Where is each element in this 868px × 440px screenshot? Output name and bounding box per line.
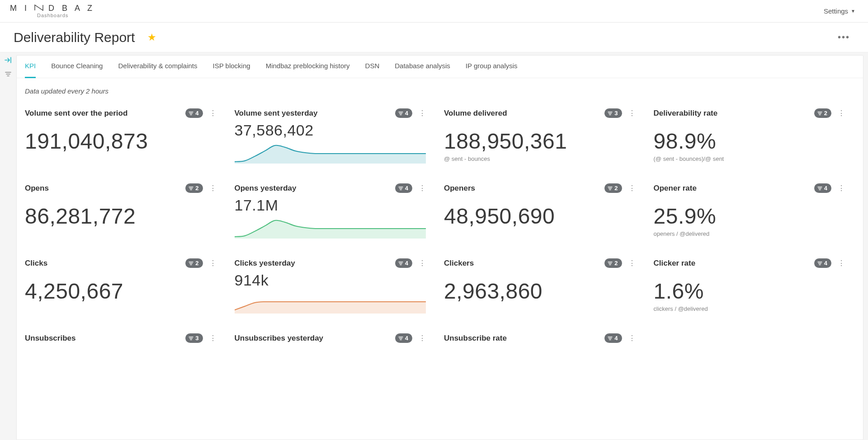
card-title: Unsubscribes yesterday	[235, 334, 324, 343]
card-empty-r3c3	[654, 333, 845, 343]
filter-pill[interactable]: 3	[185, 333, 203, 343]
brand-n-icon	[34, 4, 43, 12]
card-more-icon[interactable]: ⋮	[838, 109, 845, 117]
card-title: Unsubscribe rate	[444, 334, 507, 343]
tab-ip-group-analysis[interactable]: IP group analysis	[466, 62, 518, 78]
card-clicks-yesterday: Clicks yesterday 4 ⋮ 914k	[235, 258, 426, 315]
filter-pill-count: 3	[614, 110, 618, 117]
filter-pill-count: 2	[824, 110, 827, 117]
card-more-icon[interactable]: ⋮	[209, 184, 217, 192]
filter-pill[interactable]: 4	[395, 183, 412, 193]
card-deliverability-rate: Deliverability rate 2 ⋮ 98.9% (@ sent - …	[654, 108, 845, 165]
filter-pill[interactable]: 4	[604, 333, 622, 343]
card-title: Openers	[444, 184, 475, 193]
filter-pill-count: 2	[195, 260, 198, 267]
filter-pill[interactable]: 3	[604, 108, 622, 118]
filter-pill[interactable]: 4	[814, 183, 831, 193]
card-title: Clickers	[444, 259, 474, 268]
card-title: Opens yesterday	[235, 184, 297, 193]
more-horizontal-icon[interactable]: •••	[838, 32, 850, 42]
card-clicker-rate: Clicker rate 4 ⋮ 1.6% clickers / @delive…	[654, 258, 845, 315]
filter-pill[interactable]: 4	[814, 258, 831, 268]
card-more-icon[interactable]: ⋮	[209, 109, 217, 117]
filter-pill[interactable]: 2	[604, 258, 622, 268]
card-unsubscribe-rate: Unsubscribe rate 4 ⋮	[444, 333, 636, 343]
filter-pill[interactable]: 4	[185, 108, 203, 118]
card-value: 37,586,402	[235, 122, 426, 139]
filter-pill-count: 4	[405, 185, 408, 192]
card-more-icon[interactable]: ⋮	[419, 184, 426, 192]
brand-logo: M I D B A Z Dashboards	[10, 4, 95, 18]
card-unsubscribes-yesterday: Unsubscribes yesterday 4 ⋮	[235, 333, 426, 343]
card-clickers: Clickers 2 ⋮ 2,963,860	[444, 258, 636, 315]
expand-panel-icon[interactable]	[5, 57, 12, 65]
brand-main: M I D B A Z	[10, 4, 95, 12]
card-value: 86,281,772	[25, 204, 217, 229]
top-bar: M I D B A Z Dashboards Settings ▼	[0, 0, 868, 23]
filter-panel-icon[interactable]	[5, 71, 12, 79]
filter-pill-count: 4	[614, 335, 618, 342]
star-icon[interactable]: ★	[147, 32, 156, 43]
card-value: 25.9%	[654, 204, 845, 229]
tab-dsn[interactable]: DSN	[365, 62, 380, 78]
content-panel: KPI Bounce Cleaning Deliverability & com…	[16, 55, 863, 440]
filter-pill-count: 4	[405, 260, 408, 267]
filter-pill-count: 4	[824, 185, 827, 192]
card-more-icon[interactable]: ⋮	[628, 184, 636, 192]
filter-pill[interactable]: 4	[395, 333, 412, 343]
card-value: 191,040,873	[25, 129, 217, 154]
card-value: 914k	[235, 271, 426, 289]
card-more-icon[interactable]: ⋮	[838, 259, 845, 267]
tab-preblocking-history[interactable]: Mindbaz preblocking history	[266, 62, 350, 78]
card-value: 1.6%	[654, 279, 845, 304]
sparkline-chart	[235, 144, 426, 164]
filter-pill[interactable]: 2	[604, 183, 622, 193]
filter-pill[interactable]: 2	[185, 183, 203, 193]
card-more-icon[interactable]: ⋮	[838, 184, 845, 192]
filter-pill[interactable]: 4	[395, 258, 412, 268]
settings-menu[interactable]: Settings ▼	[824, 7, 855, 15]
card-title: Volume sent yesterday	[235, 109, 318, 118]
card-title: Unsubscribes	[25, 334, 75, 343]
filter-pill[interactable]: 2	[185, 258, 203, 268]
card-more-icon[interactable]: ⋮	[628, 334, 636, 342]
card-subtitle: clickers / @delivered	[654, 305, 845, 312]
card-volume-sent-period: Volume sent over the period 4 ⋮ 191,040,…	[25, 108, 217, 165]
card-more-icon[interactable]: ⋮	[209, 334, 217, 342]
card-openers: Openers 2 ⋮ 48,950,690	[444, 183, 636, 240]
left-gutter	[0, 52, 16, 440]
card-value: 4,250,667	[25, 279, 217, 304]
tab-bounce-cleaning[interactable]: Bounce Cleaning	[51, 62, 103, 78]
card-more-icon[interactable]: ⋮	[419, 334, 426, 342]
card-title: Volume delivered	[444, 109, 507, 118]
card-clicks: Clicks 2 ⋮ 4,250,667	[25, 258, 217, 315]
card-subtitle: (@ sent - bounces)/@ sent	[654, 155, 845, 162]
card-more-icon[interactable]: ⋮	[628, 259, 636, 267]
card-opener-rate: Opener rate 4 ⋮ 25.9% openers / @deliver…	[654, 183, 845, 240]
filter-pill-count: 2	[614, 260, 618, 267]
card-opens-yesterday: Opens yesterday 4 ⋮ 17.1M	[235, 183, 426, 240]
card-title: Deliverability rate	[654, 109, 718, 118]
chevron-down-icon: ▼	[851, 9, 855, 14]
tab-isp-blocking[interactable]: ISP blocking	[213, 62, 250, 78]
card-opens: Opens 2 ⋮ 86,281,772	[25, 183, 217, 240]
card-volume-sent-yesterday: Volume sent yesterday 4 ⋮ 37,586,402	[235, 108, 426, 165]
card-more-icon[interactable]: ⋮	[628, 109, 636, 117]
card-value: 2,963,860	[444, 279, 636, 304]
filter-pill[interactable]: 2	[814, 108, 831, 118]
card-subtitle: @ sent - bounces	[444, 155, 636, 162]
card-title: Clicker rate	[654, 259, 696, 268]
page-title: Deliverability Report	[14, 30, 135, 45]
tab-deliverability[interactable]: Deliverability & complaints	[118, 62, 197, 78]
card-more-icon[interactable]: ⋮	[419, 109, 426, 117]
filter-pill[interactable]: 4	[395, 108, 412, 118]
body: KPI Bounce Cleaning Deliverability & com…	[0, 52, 868, 440]
card-more-icon[interactable]: ⋮	[209, 259, 217, 267]
card-more-icon[interactable]: ⋮	[419, 259, 426, 267]
filter-pill-count: 4	[405, 335, 408, 342]
brand-sub: Dashboards	[37, 13, 95, 18]
title-bar: Deliverability Report ★ •••	[0, 23, 868, 52]
tab-kpi[interactable]: KPI	[25, 62, 36, 78]
tab-database-analysis[interactable]: Database analysis	[395, 62, 450, 78]
tabs: KPI Bounce Cleaning Deliverability & com…	[17, 56, 863, 78]
